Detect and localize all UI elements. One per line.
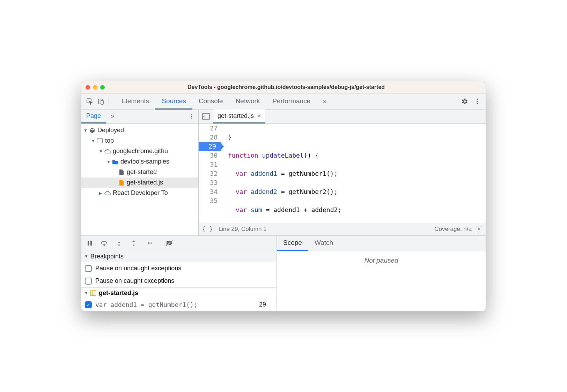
tab-page[interactable]: Page <box>81 110 106 123</box>
more-menu-icon[interactable] <box>472 96 483 107</box>
coverage-label: Coverage: n/a <box>434 226 472 233</box>
file-tab[interactable]: get-started.js × <box>213 110 265 123</box>
tree-label: Deployed <box>97 127 124 134</box>
tree-label: get-started.js <box>127 179 163 186</box>
zoom-window-button[interactable] <box>100 85 105 90</box>
editor-statusbar: { } Line 29, Column 1 Coverage: n/a ▼ <box>199 223 486 235</box>
step-into-icon[interactable] <box>115 239 123 247</box>
close-window-button[interactable] <box>86 85 90 90</box>
window-title: DevTools - googlechrome.github.io/devtoo… <box>112 84 461 90</box>
svg-point-5 <box>477 103 478 104</box>
cloud-icon <box>104 191 111 196</box>
minimize-window-button[interactable] <box>93 85 97 90</box>
breakpoint-code-row[interactable]: ✓ var addend1 = getNumber1(); 29 <box>81 299 277 311</box>
device-toggle-icon[interactable] <box>95 96 106 107</box>
chevron-down-icon: ▼ <box>91 138 96 143</box>
svg-point-14 <box>104 244 105 246</box>
editor-panel: get-started.js × 27 28 29 30 31 32 33 34… <box>199 110 486 235</box>
pause-caught-row[interactable]: Pause on caught exceptions <box>81 275 277 287</box>
checkbox-caught[interactable] <box>85 278 92 285</box>
tree-domain[interactable]: ▼ googlechrome.githu <box>81 146 198 157</box>
navigator-sidebar: Page » ▼ Deployed ▼ top ▼ <box>81 110 199 235</box>
debugger-panes: ▼ Breakpoints Pause on uncaught exceptio… <box>81 235 486 311</box>
line-number[interactable]: 31 <box>199 160 218 169</box>
navigate-back-icon[interactable] <box>199 113 213 120</box>
document-icon <box>118 169 125 175</box>
tree-file-html[interactable]: get-started <box>81 167 198 178</box>
line-number[interactable]: 27 <box>199 124 218 133</box>
tabs-overflow[interactable]: » <box>317 93 333 110</box>
pause-uncaught-row[interactable]: Pause on uncaught exceptions <box>81 262 277 275</box>
step-out-icon[interactable] <box>130 239 138 247</box>
svg-point-3 <box>477 99 478 100</box>
tab-scope[interactable]: Scope <box>277 236 308 251</box>
debugger-toolbar <box>81 236 277 251</box>
content-area: Page » ▼ Deployed ▼ top ▼ <box>81 110 486 235</box>
navigator-more-icon[interactable] <box>184 114 198 119</box>
tab-sources[interactable]: Sources <box>155 93 192 110</box>
inspect-element-icon[interactable] <box>84 96 95 107</box>
separator <box>109 97 109 106</box>
step-over-icon[interactable] <box>100 239 109 247</box>
gutter[interactable]: 27 28 29 30 31 32 33 34 35 <box>199 124 222 223</box>
svg-rect-9 <box>97 139 103 143</box>
line-number[interactable]: 30 <box>199 151 218 160</box>
svg-point-8 <box>191 118 192 119</box>
svg-point-15 <box>118 244 120 246</box>
line-number[interactable]: 32 <box>199 169 218 178</box>
svg-rect-13 <box>90 241 92 246</box>
pause-caught-label: Pause on caught exceptions <box>95 277 174 285</box>
chevron-down-icon: ▼ <box>99 149 104 154</box>
line-number[interactable]: 35 <box>199 196 218 205</box>
tree-folder[interactable]: ▼ devtools-samples <box>81 157 198 167</box>
tree-file-js[interactable]: get-started.js <box>81 178 198 188</box>
close-tab-icon[interactable]: × <box>257 112 261 120</box>
script-outline-icon: ⟨⟩ <box>90 290 96 296</box>
format-icon[interactable]: { } <box>202 226 213 233</box>
tab-watch[interactable]: Watch <box>308 236 339 251</box>
tree-react-devtools[interactable]: ▶ React Developer To <box>81 188 198 198</box>
chevron-right-icon: ▶ <box>99 191 104 196</box>
svg-point-6 <box>191 114 192 115</box>
breakpoint-code: var addend1 = getNumber1(); <box>95 301 198 308</box>
tab-network[interactable]: Network <box>229 93 266 110</box>
tab-performance[interactable]: Performance <box>266 93 317 110</box>
line-number[interactable]: 34 <box>199 187 218 196</box>
script-icon <box>118 180 125 186</box>
breakpoint-line-number[interactable]: 29 <box>199 142 220 151</box>
chevron-down-icon: ▼ <box>83 128 88 133</box>
pause-icon[interactable] <box>86 239 94 247</box>
checkbox-uncaught[interactable] <box>85 265 92 272</box>
svg-rect-2 <box>101 100 103 104</box>
line-number[interactable]: 28 <box>199 133 218 142</box>
step-icon[interactable] <box>144 239 153 247</box>
chevron-down-icon: ▼ <box>106 159 111 164</box>
tree-label: get-started <box>127 168 157 176</box>
svg-point-17 <box>150 242 152 244</box>
code-content[interactable]: } function updateLabel() { var addend1 =… <box>222 124 486 223</box>
debugger-left-pane: ▼ Breakpoints Pause on uncaught exceptio… <box>81 236 277 311</box>
navigator-tabs: Page » <box>81 110 198 124</box>
tab-elements[interactable]: Elements <box>115 93 155 110</box>
cursor-position: Line 29, Column 1 <box>219 226 267 233</box>
main-toolbar: Elements Sources Console Network Perform… <box>81 94 486 110</box>
tab-console[interactable]: Console <box>192 93 229 110</box>
breakpoints-label: Breakpoints <box>90 253 124 260</box>
code-editor[interactable]: 27 28 29 30 31 32 33 34 35 } function up… <box>199 124 486 223</box>
chevron-down-icon: ▼ <box>84 254 88 259</box>
line-number[interactable]: 33 <box>199 178 218 187</box>
breakpoint-file-row[interactable]: ▼ ⟨⟩ get-started.js <box>81 287 277 299</box>
svg-point-16 <box>133 244 134 246</box>
deactivate-breakpoints-icon[interactable] <box>165 239 174 247</box>
tree-top[interactable]: ▼ top <box>81 136 198 146</box>
devtools-window: DevTools - googlechrome.github.io/devtoo… <box>81 81 486 311</box>
coverage-dropdown-icon[interactable]: ▼ <box>476 226 482 232</box>
not-paused-message: Not paused <box>277 251 486 311</box>
tree-deployed[interactable]: ▼ Deployed <box>81 125 198 136</box>
breakpoint-checkbox[interactable]: ✓ <box>85 301 92 308</box>
navigator-tabs-overflow[interactable]: » <box>106 110 119 123</box>
settings-icon[interactable] <box>459 96 470 107</box>
breakpoints-header[interactable]: ▼ Breakpoints <box>81 251 277 262</box>
editor-tabs: get-started.js × <box>199 110 486 124</box>
breakpoint-file-label: get-started.js <box>99 289 138 297</box>
